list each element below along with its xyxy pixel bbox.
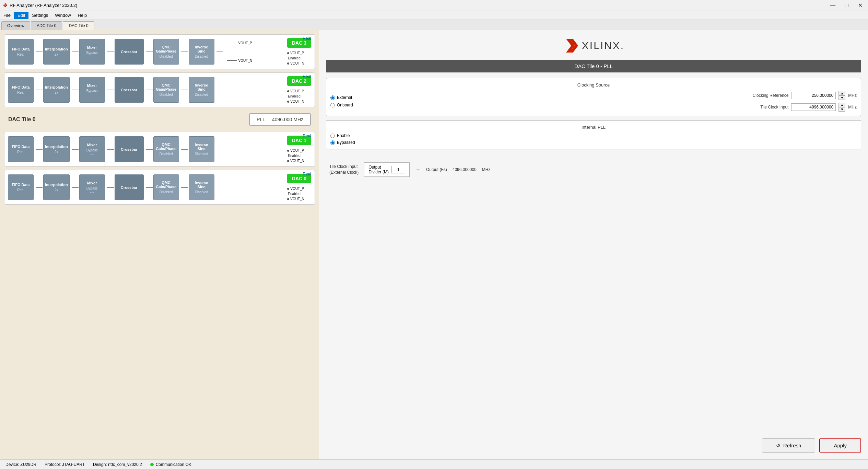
output-fs-label: Output (Fs) bbox=[426, 167, 447, 172]
dac3-qmc-block[interactable]: QMCGain/Phase Disabled bbox=[153, 39, 179, 65]
internal-pll-section: Internal PLL Enable Bypassed bbox=[326, 120, 861, 149]
status-bar: Device: ZU29DR Protocol: JTAG-UART Desig… bbox=[0, 459, 868, 469]
close-button[interactable]: ✕ bbox=[855, 1, 865, 9]
clocking-fields: Clocking Reference ▲ ▼ MHz Tile Clock In… bbox=[359, 91, 857, 112]
output-fs-value: 4096.000000 bbox=[453, 167, 477, 172]
dac2-sinc-block[interactable]: InverseSinc Disabled bbox=[189, 77, 214, 103]
clocking-ref-spin-up[interactable]: ▲ bbox=[838, 91, 845, 95]
tab-dac-tile-0[interactable]: DAC Tile 0 bbox=[63, 21, 94, 30]
menu-settings[interactable]: Settings bbox=[28, 12, 51, 19]
radio-bypassed[interactable]: Bypassed bbox=[330, 140, 857, 145]
xilinx-logo-svg bbox=[563, 37, 580, 54]
tile-clock-spin-down[interactable]: ▼ bbox=[838, 107, 845, 112]
dac1-row: Real FIFO Data Real Interpolation 2x Mix… bbox=[4, 132, 315, 167]
dac0-sinc-block[interactable]: InverseSinc Disabled bbox=[189, 174, 214, 200]
dac1-fifo-block[interactable]: FIFO Data Real bbox=[8, 136, 34, 162]
pll-box[interactable]: PLL 4096.000 MHz bbox=[249, 113, 311, 126]
radio-enable-label: Enable bbox=[337, 133, 350, 138]
clocking-ref-row: Clocking Reference ▲ ▼ MHz bbox=[359, 91, 857, 100]
dac0-qmc-block[interactable]: QMCGain/Phase Disabled bbox=[153, 174, 179, 200]
apply-button[interactable]: Apply bbox=[819, 438, 861, 453]
radio-enable[interactable]: Enable bbox=[330, 133, 857, 138]
radio-external[interactable]: External bbox=[330, 95, 353, 100]
dac2-qmc-block[interactable]: QMCGain/Phase Disabled bbox=[153, 77, 179, 103]
xilinx-text: XILINX. bbox=[582, 40, 624, 52]
xilinx-logo: XILINX. bbox=[563, 37, 624, 54]
menu-edit[interactable]: Edit bbox=[14, 12, 28, 19]
dac2-fifo-block[interactable]: FIFO Data Real bbox=[8, 77, 34, 103]
pll-freq: 4096.000 MHz bbox=[272, 117, 303, 122]
dac2-crossbar-block[interactable]: Crossbar bbox=[115, 77, 144, 103]
output-divider-box: OutputDivider (M) bbox=[364, 162, 410, 177]
dac1-interp-block[interactable]: Interpolation 2x bbox=[43, 136, 70, 162]
title-bar: ❖ RF Analyzer (RF Analyzer 2020.2) — □ ✕ bbox=[0, 0, 868, 11]
tile-clock-label: Tile Clock Input bbox=[760, 105, 788, 110]
menu-bar: File Edit Settings Window Help bbox=[0, 11, 868, 20]
menu-window[interactable]: Window bbox=[51, 12, 74, 19]
app-icon: ❖ bbox=[3, 2, 8, 9]
dac0-fifo-block[interactable]: FIFO Data Real bbox=[8, 174, 34, 200]
dac-tile-title: DAC Tile 0 bbox=[8, 116, 36, 123]
dac1-label: Real bbox=[303, 134, 311, 138]
dac3-sinc-block[interactable]: InverseSinc Disabled bbox=[189, 39, 214, 65]
dac1-qmc-block[interactable]: QMCGain/Phase Disabled bbox=[153, 136, 179, 162]
tile-clock-unit: MHz bbox=[848, 105, 857, 110]
dac3-mixer-block[interactable]: Mixer Bypass--- bbox=[79, 39, 105, 65]
left-panel: Real FIFO Data Real Interpolation 2x Mix… bbox=[0, 30, 319, 459]
clocking-ref-label: Clocking Reference bbox=[753, 93, 789, 98]
title-bar-text: RF Analyzer (RF Analyzer 2020.2) bbox=[10, 3, 77, 8]
radio-external-label: External bbox=[337, 95, 352, 100]
dac2-row: Real FIFO Data Real Interpolation 2x Mix… bbox=[4, 72, 315, 107]
apply-label: Apply bbox=[834, 443, 847, 448]
radio-enable-input[interactable] bbox=[330, 134, 335, 138]
dac3-crossbar-block[interactable]: Crossbar bbox=[115, 39, 144, 65]
dac1-sinc-block[interactable]: InverseSinc Disabled bbox=[189, 136, 214, 162]
menu-help[interactable]: Help bbox=[74, 12, 91, 19]
radio-bypassed-input[interactable] bbox=[330, 140, 335, 145]
output-fs-unit: MHz bbox=[482, 167, 491, 172]
right-panel: XILINX. DAC Tile 0 - PLL Clocking Source… bbox=[319, 30, 868, 459]
arrow-right-icon: → bbox=[415, 167, 421, 173]
dac1-crossbar-block[interactable]: Crossbar bbox=[115, 136, 144, 162]
tile-clock-spin-up[interactable]: ▲ bbox=[838, 103, 845, 107]
minimize-button[interactable]: — bbox=[827, 1, 838, 9]
dac3-interp-block[interactable]: Interpolation 2x bbox=[43, 39, 70, 65]
clocking-source-title: Clocking Source bbox=[330, 82, 857, 88]
radio-onboard[interactable]: Onboard bbox=[330, 103, 353, 107]
radio-onboard-input[interactable] bbox=[330, 103, 335, 107]
dac0-row: Real FIFO Data Real Interpolation 2x Mix… bbox=[4, 170, 315, 205]
clocking-ref-spin-down[interactable]: ▼ bbox=[838, 95, 845, 100]
maximize-button[interactable]: □ bbox=[842, 1, 851, 9]
menu-file[interactable]: File bbox=[0, 12, 14, 19]
pll-radio-group: Enable Bypassed bbox=[330, 133, 857, 145]
status-dot bbox=[150, 463, 154, 466]
dac3-label: Real bbox=[303, 36, 311, 41]
dac0-mixer-block[interactable]: Mixer Bypass--- bbox=[79, 174, 105, 200]
output-section: Tile Clock Input(External Clock) OutputD… bbox=[326, 159, 861, 180]
refresh-icon: ↺ bbox=[776, 443, 781, 449]
dac-tile-middle: DAC Tile 0 PLL 4096.000 MHz bbox=[4, 111, 315, 128]
dac0-interp-block[interactable]: Interpolation 2x bbox=[43, 174, 70, 200]
dac0-label: Real bbox=[303, 172, 311, 176]
bottom-buttons: ↺ Refresh Apply bbox=[326, 432, 861, 453]
main-layout: Real FIFO Data Real Interpolation 2x Mix… bbox=[0, 30, 868, 459]
radio-external-input[interactable] bbox=[330, 95, 335, 100]
refresh-button[interactable]: ↺ Refresh bbox=[762, 438, 816, 453]
tab-adc-tile-0[interactable]: ADC Tile 0 bbox=[31, 21, 62, 30]
dac2-mixer-block[interactable]: Mixer Bypass--- bbox=[79, 77, 105, 103]
status-protocol: Protocol: JTAG-UART bbox=[45, 462, 85, 467]
dac0-crossbar-block[interactable]: Crossbar bbox=[115, 174, 144, 200]
tab-overview[interactable]: Overview bbox=[1, 21, 30, 30]
dac3-output: VOUT_P VOUT_N bbox=[227, 41, 253, 62]
output-divider-value[interactable] bbox=[391, 166, 405, 173]
clocking-ref-input[interactable] bbox=[791, 92, 836, 99]
tile-clock-input[interactable] bbox=[791, 103, 836, 111]
panel-title: DAC Tile 0 - PLL bbox=[326, 60, 861, 72]
dac3-fifo-block[interactable]: FIFO Data Real bbox=[8, 39, 34, 65]
radio-onboard-label: Onboard bbox=[337, 103, 353, 107]
dac3-row: Real FIFO Data Real Interpolation 2x Mix… bbox=[4, 34, 315, 69]
output-source-label: Tile Clock Input(External Clock) bbox=[329, 164, 359, 175]
dac2-interp-block[interactable]: Interpolation 2x bbox=[43, 77, 70, 103]
dac1-mixer-block[interactable]: Mixer Bypass--- bbox=[79, 136, 105, 162]
clocking-source-section: Clocking Source External Onboard Clockin… bbox=[326, 78, 861, 116]
